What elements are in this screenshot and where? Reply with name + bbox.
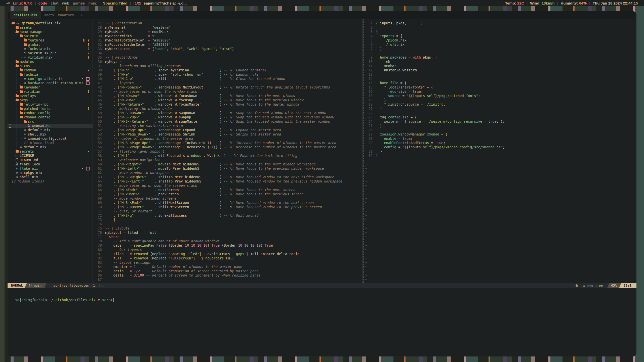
code-line[interactable]: 33myWorkspaces = ["code", "chat", "web",… [93, 47, 362, 51]
code-line[interactable]: 62 -- move window to workspace [93, 171, 362, 175]
new-tab-button[interactable]: + [77, 13, 85, 17]
code-line[interactable]: 42 , ("M-<Space>" , sendMessage NextLayo… [93, 85, 362, 89]
code-line[interactable]: 85 ratio = 1/2 -- Default proportion of … [93, 269, 362, 273]
code-line[interactable]: 56 , ("M-S-<Page_Down>", sendMessage (In… [93, 145, 362, 149]
code-line[interactable]: 51 -- resizing the master/slave ratio [93, 124, 362, 128]
code-line[interactable]: 59 -- workspace navigation [93, 158, 362, 162]
code-line[interactable]: 58 , ("M-t" , withFocused $ windows . W.… [93, 154, 362, 158]
tree-item-jellyfin-rpc[interactable]: │ jellyfin-rpc [8, 102, 93, 107]
tree-item-nixos[interactable]: nixos [8, 64, 93, 68]
code-line[interactable]: 19 }; [363, 98, 636, 102]
code-line[interactable]: 31myNormalBorderColor = "#282828" [93, 38, 362, 42]
tree-item-lavender[interactable]: │ lavender [8, 85, 93, 89]
workspace-chat[interactable]: chat [51, 1, 59, 5]
code-line[interactable]: 20 ".xinitrc".source = ./xinitrc; [363, 102, 636, 107]
code-line[interactable]: 50 , ("M-S-<Return>" , windows W.swapMas… [93, 119, 362, 124]
code-line[interactable]: 78 -- Add a configurable amount of space… [93, 239, 362, 243]
code-line[interactable]: 55 , ("M-S-<Page_Up>" , sendMessage (Inc… [93, 141, 362, 145]
tab-dactyl-manuform[interactable]: dactyl-manuform [41, 11, 77, 19]
code-line[interactable]: 61 , ("M-<Left>" , moveTo Prev hiddenWS … [93, 166, 362, 171]
tree-item-default.nix[interactable]: │ │ ❄default.nix [8, 128, 93, 132]
code-line[interactable]: 7 ]; [363, 47, 636, 51]
code-line[interactable]: 72 , ("M-S-q" , io exitSuccess ) -- %! Q… [93, 213, 362, 218]
code-line[interactable]: 28 enable = true; [363, 137, 636, 141]
code-line[interactable]: 63 , ("M-S-<Right>" , shiftTo Next hidde… [93, 175, 362, 179]
code-line[interactable]: 14 [363, 77, 636, 81]
tree-item-sajenim[interactable]: └ sajenim [8, 34, 93, 38]
code-line[interactable]: 82 full = renamed [Replace "Fullscreen"]… [93, 256, 362, 260]
code-line[interactable]: 70 , ("M-S-<Home>" , shiftPrevScreen ) -… [93, 205, 362, 209]
tree-item-xmonad.hs[interactable]: │ │ └ λxmonad.hs [8, 124, 93, 128]
tree-item-secrets[interactable]: secrets• [8, 149, 93, 154]
code-line[interactable]: 17 recursive = true; [363, 89, 636, 94]
code-line[interactable]: 53 , ("M-<Page_Down>" , sendMessage Shri… [93, 132, 362, 137]
code-line[interactable]: 45 , ("M-<Up>" , windows W.focusUp ) -- … [93, 98, 362, 102]
code-line[interactable]: 8 [363, 51, 636, 55]
tree-item-xmonad-config.cabal[interactable]: │ └ *xmonad-config.cabal [8, 137, 93, 141]
code-line[interactable]: 1{ inputs, pkgs, ... }: [363, 21, 636, 25]
tree-item-features[interactable]: │ featuresE? [8, 38, 93, 42]
code-line[interactable]: 68 -- move windows between screens [93, 196, 362, 201]
code-line[interactable]: 69 , ("M-S-<End>" , shiftNextScreen ) --… [93, 201, 362, 205]
code-line[interactable]: 66 , ("M-<End>" , nextScreen ) -- %! Mov… [93, 188, 362, 192]
layout-indicator[interactable]: Spacing Tiled [103, 1, 127, 5]
code-line[interactable]: 13 ]; [363, 72, 636, 77]
code-line[interactable]: 47 -- modifying the window order [93, 107, 362, 111]
tree-item-default.nix[interactable]: └ ❄default.nix [8, 145, 93, 149]
code-line[interactable]: 48 , ("M-S-<Down>" , windows W.swapDown … [93, 111, 362, 115]
code-line[interactable]: 21 }; [363, 107, 636, 111]
code-line[interactable]: 2 [363, 25, 636, 30]
tree-item-fuchsia.nix[interactable]: │ ❄fuchsia.nix? [8, 47, 93, 51]
code-line[interactable]: 49 , ("M-S-<Up>" , windows W.swapUp ) --… [93, 115, 362, 119]
code-line[interactable]: 80 -- Our layouts [93, 248, 362, 252]
code-line[interactable]: 27-- | Configuration [93, 21, 362, 25]
workspace-code[interactable]: code [38, 1, 47, 5]
workspace-web[interactable]: web [62, 1, 69, 5]
code-line[interactable]: 15 home.file = { [363, 81, 636, 85]
code-line[interactable]: 28myTerminal = "wezterm" [93, 25, 362, 30]
code-line[interactable]: 25 }; [363, 124, 636, 128]
tree-item-assets[interactable]: assets [8, 25, 93, 30]
code-line[interactable]: 54 -- number of windows in the master ar… [93, 137, 362, 141]
code-line[interactable]: 75-- | Layouts [93, 226, 362, 231]
code-line[interactable]: 6 ./rofi.nix [363, 42, 636, 47]
tree-item-shell.nix[interactable]: │ │ ❄shell.nix [8, 132, 93, 137]
code-line[interactable]: 65 -- move focus up or down the screen s… [93, 184, 362, 188]
tree-item-xmobar-config[interactable]: │ xmobar-config [8, 111, 93, 115]
code-line[interactable]: 52 , ("M-<Page_Up>" , sendMessage Expand… [93, 128, 362, 132]
code-line[interactable]: 67 , ("M-<Home>" , prevScreen ) -- %! Mo… [93, 192, 362, 196]
code-line[interactable]: 44 , ("M-<Down>" , windows W.focusDown )… [93, 94, 362, 98]
tree-item-modules[interactable]: modules [8, 60, 93, 64]
code-line[interactable]: 79 gaps = spacingRaw False (Border 10 10… [93, 243, 362, 248]
code-line[interactable]: 46 , ("M-<Return>" , windows W.focusMast… [93, 102, 362, 107]
code-line[interactable]: 33 [363, 158, 636, 162]
code-line[interactable]: 32myFocusedBorderColor = "#282828" [93, 42, 362, 47]
code-line[interactable]: 23 xdg.configFile = { [363, 115, 636, 119]
code-line[interactable]: 60 , ("M-<Right>" , moveTo Next hiddenWS… [93, 162, 362, 166]
editor-nix-file[interactable]: 1{ inputs, pkgs, ... }:23{4 imports = [5… [362, 19, 636, 283]
code-line[interactable]: 10 feh [363, 60, 636, 64]
code-line[interactable]: 32} [363, 154, 636, 158]
code-line[interactable]: 16 ".local/share/fonts" = { [363, 85, 636, 89]
code-line[interactable]: 43 -- move focus up or down the window s… [93, 89, 362, 94]
tree-item-configuration.nix[interactable]: │ │ ❄configuration.nix• [8, 77, 93, 81]
code-line[interactable]: 38 [ ("M-n" , spawn myTerminal ) -- %! L… [93, 68, 362, 72]
tree-item-home-manager[interactable]: home-manager [8, 30, 93, 34]
tree-item-hardware-configuration.nix[interactable]: │ └ ❄hardware-configuration.nix• [8, 81, 93, 85]
tree-item-nixpkgs.nix[interactable]: ❄nixpkgs.nix [8, 171, 93, 175]
code-line[interactable]: 87 [93, 278, 362, 282]
tree-item-.githubdotfiles.nix[interactable]: ~/.github/dotfiles.nix [8, 21, 93, 25]
code-line[interactable]: 37 -- launching and killing programs [93, 64, 362, 68]
code-line[interactable]: 29 enableContribAndExtras = true; [363, 141, 636, 145]
tree-item-1hiddenitem[interactable]: │ (1 hidden item) [8, 141, 93, 145]
code-line[interactable]: 41 -- layouts [93, 81, 362, 85]
tree-item-overlays[interactable]: overlays [8, 94, 93, 98]
shell-pane[interactable]: sajenim@fuchsia ~/.github/dotfiles.nix ♥… [8, 288, 636, 356]
tree-item-flake.lock[interactable]: flake.lock [8, 162, 93, 166]
code-line[interactable]: 29myModMask = mod4Mask [93, 30, 362, 34]
code-line[interactable]: 40 , ("M-C-w" , kill ) -- %! Close the f… [93, 77, 362, 81]
code-line[interactable]: 71 -- quit, or restart [93, 209, 362, 213]
tree-item-viridian.nix[interactable]: └ ❄viridian.nix? [8, 55, 93, 60]
code-line[interactable]: 73 ] [93, 218, 362, 222]
neo-tree-panel[interactable]: ~/.github/dotfiles.nix assets home-manag… [8, 19, 93, 283]
